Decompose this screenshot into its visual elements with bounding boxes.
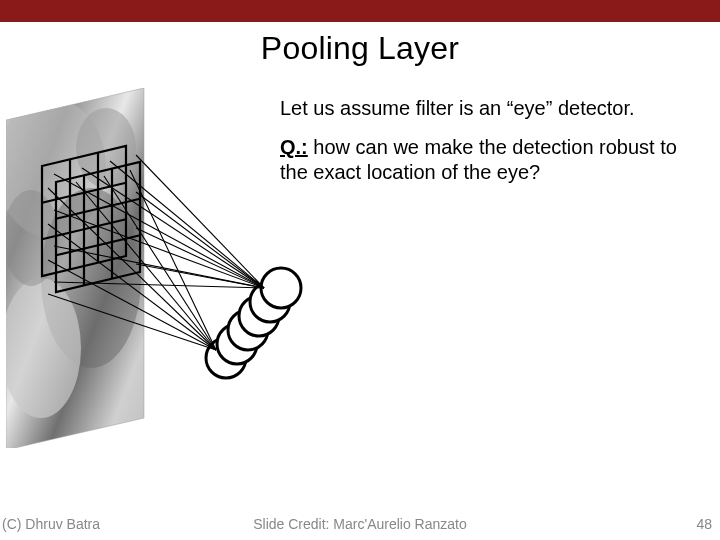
slide-number: 48 bbox=[696, 516, 712, 532]
footer-left: (C) Dhruv Batra bbox=[2, 516, 100, 532]
body-question: Q.: how can we make the detection robust… bbox=[280, 135, 710, 185]
svg-point-21 bbox=[261, 268, 301, 308]
footer-credit: Slide Credit: Marc'Aurelio Ranzato bbox=[253, 516, 467, 532]
svg-line-30 bbox=[136, 228, 264, 288]
top-accent-bar bbox=[0, 0, 720, 22]
body-line-1: Let us assume filter is an “eye” detecto… bbox=[280, 96, 710, 121]
svg-line-29 bbox=[136, 192, 264, 288]
question-text: how can we make the detection robust to … bbox=[280, 136, 677, 183]
slide-title: Pooling Layer bbox=[0, 30, 720, 67]
body-text: Let us assume filter is an “eye” detecto… bbox=[280, 96, 710, 199]
pooling-diagram bbox=[6, 88, 316, 448]
